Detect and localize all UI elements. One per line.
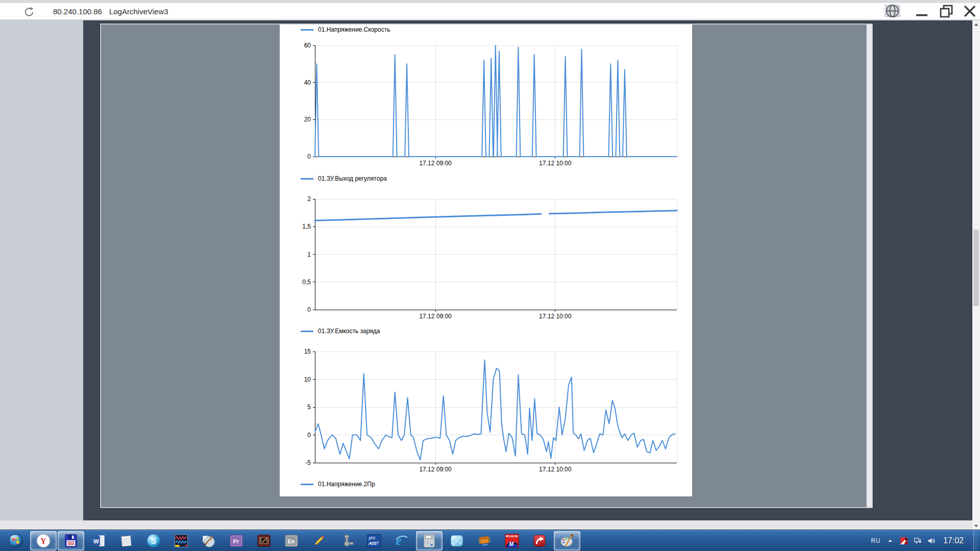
taskbar-clock[interactable]: 17:02 <box>943 536 964 545</box>
svg-text:0: 0 <box>431 536 432 539</box>
svg-text:20: 20 <box>304 116 311 123</box>
svg-text:40: 40 <box>304 79 311 86</box>
taskbar-button-word[interactable]: W <box>85 531 112 550</box>
minimize-button[interactable] <box>914 4 930 18</box>
svg-text:1,5: 1,5 <box>302 223 311 230</box>
report-panel: 01.Напряжение.Скорость 01.ЗУ.Выход регул… <box>280 24 692 496</box>
taskbar-button-oscilloscope[interactable] <box>168 531 194 550</box>
pro-ais2-icon: proAIS² <box>366 533 382 548</box>
scrollbar-down-icon[interactable] <box>972 521 980 530</box>
network-icon[interactable] <box>914 537 922 545</box>
kaspersky-icon[interactable] <box>900 537 908 545</box>
encore-icon: En <box>284 533 299 548</box>
svg-text:pro: pro <box>369 535 375 540</box>
svg-text:0,5: 0,5 <box>302 279 311 286</box>
svg-text:17.12 10:00: 17.12 10:00 <box>539 160 572 167</box>
ice-cube-icon <box>449 533 464 548</box>
paint-icon <box>559 533 575 548</box>
svg-text:Y: Y <box>40 537 46 545</box>
internet-explorer-icon: e <box>394 533 409 548</box>
taskbar-button-calculator[interactable]: 0 <box>416 531 443 550</box>
charts-canvas: 604020017.12 09:0017.12 10:0021,510,5017… <box>280 24 692 496</box>
svg-text:17.12 09:00: 17.12 09:00 <box>419 313 452 320</box>
hidden-icons-arrow-icon[interactable] <box>886 537 894 545</box>
svg-text:S: S <box>151 536 157 546</box>
notepad-icon <box>118 533 134 548</box>
page-title-app: LogArchiveView3 <box>109 7 168 16</box>
taskbar-button-s-sphere[interactable]: S <box>140 531 167 550</box>
svg-text:5: 5 <box>307 404 311 411</box>
svg-text:M: M <box>509 541 513 547</box>
taskbar-button-pencil[interactable] <box>306 531 332 550</box>
word-icon: W <box>91 533 106 548</box>
svg-text:En: En <box>288 538 295 544</box>
app-dark-background: 01.Напряжение.Скорость 01.ЗУ.Выход регул… <box>83 20 972 520</box>
svg-text:17.12 09:00: 17.12 09:00 <box>419 466 452 473</box>
page-left-margin <box>0 20 83 520</box>
browser-scrollbar[interactable] <box>972 20 980 530</box>
svg-text:0: 0 <box>307 306 311 313</box>
taskbar-button-mech-arm[interactable] <box>333 531 360 550</box>
close-button[interactable] <box>962 4 978 18</box>
page-title: 80.240.100.86 LogArchiveView3 <box>53 3 168 19</box>
scrollbar-thumb[interactable] <box>973 230 979 306</box>
taskbar-button-mplab-ide[interactable]: MPLAB IDEM <box>499 531 525 550</box>
chip-icon <box>477 533 492 548</box>
svg-text:1: 1 <box>307 251 311 258</box>
svg-text:2: 2 <box>307 195 311 203</box>
scrollbar-up-icon[interactable] <box>972 20 980 29</box>
svg-text:MPLAB IDE: MPLAB IDE <box>506 535 519 538</box>
taskbar-button-film-editor[interactable] <box>251 531 277 550</box>
svg-text:0: 0 <box>307 153 311 160</box>
pencil-icon <box>311 533 327 548</box>
svg-text:-5: -5 <box>305 459 311 466</box>
mech-arm-icon <box>339 533 354 548</box>
svg-text:0: 0 <box>307 432 311 439</box>
calculator-icon: 0 <box>422 533 437 548</box>
page-title-ip: 80.240.100.86 <box>53 7 102 16</box>
taskbar-button-paint-setup[interactable] <box>195 531 222 550</box>
taskbar-button-internet-explorer[interactable]: e <box>388 531 415 550</box>
globe-icon[interactable] <box>885 5 900 17</box>
language-indicator[interactable]: RU <box>871 537 880 544</box>
browser-viewport: 01.Напряжение.Скорость 01.ЗУ.Выход регул… <box>0 20 980 530</box>
svg-text:60: 60 <box>304 42 311 49</box>
taskbar-button-ice-cube[interactable] <box>444 531 470 550</box>
taskbar-button-red-launcher[interactable] <box>526 531 553 550</box>
red-launcher-icon <box>532 533 547 548</box>
inner-scrollbar[interactable] <box>866 24 872 507</box>
start-icon <box>8 533 23 548</box>
s-sphere-icon: S <box>146 533 161 548</box>
taskbar-button-notepad[interactable] <box>113 531 139 550</box>
show-desktop-button[interactable] <box>973 530 978 551</box>
taskbar-button-yandex-browser[interactable]: Y <box>30 531 57 550</box>
taskbar-button-pro-ais2[interactable]: proAIS² <box>361 531 387 550</box>
restore-button[interactable] <box>938 4 954 18</box>
refresh-icon[interactable] <box>23 6 35 17</box>
svg-text:W: W <box>93 538 99 544</box>
taskbar-button-premiere[interactable]: Pr <box>223 531 250 550</box>
archive-view-frame: 01.Напряжение.Скорость 01.ЗУ.Выход регул… <box>100 23 873 508</box>
floppy-save-icon <box>63 533 79 548</box>
svg-text:17.12 10:00: 17.12 10:00 <box>539 313 572 320</box>
film-editor-icon <box>256 533 272 548</box>
svg-text:15: 15 <box>304 348 311 355</box>
system-tray: RU 17:02 <box>871 530 980 551</box>
svg-text:AIS²: AIS² <box>368 540 379 546</box>
yandex-browser-icon: Y <box>36 533 51 548</box>
taskbar-button-encore[interactable]: En <box>278 531 305 550</box>
svg-text:10: 10 <box>304 376 311 383</box>
volume-icon[interactable] <box>927 537 936 545</box>
svg-text:17.12 09:00: 17.12 09:00 <box>419 160 452 167</box>
browser-titlebar: 80.240.100.86 LogArchiveView3 <box>0 0 980 20</box>
taskbar-button-floppy-save[interactable] <box>58 531 84 550</box>
taskbar-button-paint[interactable] <box>554 531 580 550</box>
taskbar-button-chip[interactable] <box>471 531 498 550</box>
taskbar: YWSPrEnproAIS²e0MPLAB IDEM RU 17:02 <box>0 530 980 551</box>
paint-setup-icon <box>201 533 216 548</box>
premiere-icon: Pr <box>229 533 244 548</box>
taskbar-button-start[interactable] <box>3 531 29 550</box>
svg-text:17.12 10:00: 17.12 10:00 <box>539 466 572 473</box>
oscilloscope-icon <box>174 533 189 548</box>
taskbar-icons: YWSPrEnproAIS²e0MPLAB IDEM <box>2 530 581 551</box>
